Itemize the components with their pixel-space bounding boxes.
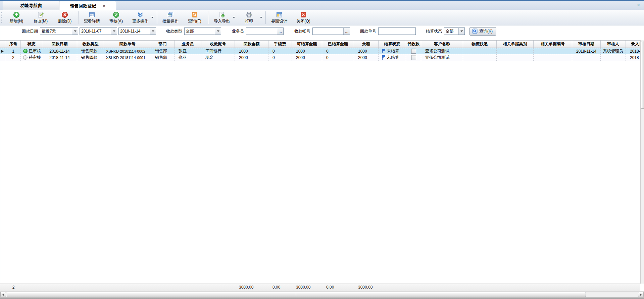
grid-header-cell-doc_no[interactable]: 相关单据编号	[534, 41, 572, 48]
grid-header-cell-account[interactable]: 收款账号	[201, 41, 235, 48]
flag-icon	[382, 49, 386, 53]
more-actions-button[interactable]: 更多操作	[128, 10, 155, 25]
cell-account: 现金	[201, 54, 235, 61]
import-export-button[interactable]: 导入导出	[210, 10, 237, 25]
cell-settled: 0	[322, 54, 354, 61]
cell-balance: 1000	[354, 48, 379, 54]
grid-header-cell-status[interactable]: 状态	[21, 41, 42, 48]
grid-header-cell-salesman[interactable]: 业务员	[175, 41, 201, 48]
flag-icon	[382, 55, 386, 60]
cell-type: 销售回款	[77, 54, 104, 61]
toolbar-button-label: 关闭(Q)	[296, 18, 310, 24]
toolbar-separator	[265, 11, 266, 24]
cell-doc_type	[497, 48, 534, 54]
scroll-right-button[interactable]	[638, 292, 644, 297]
cell-no: 2	[6, 54, 21, 61]
settle-status-value: 全部	[444, 28, 458, 34]
more-actions-icon	[137, 11, 144, 18]
salesman-lookup: …	[246, 27, 284, 35]
chevron-down-icon[interactable]	[150, 28, 156, 35]
date-to-select[interactable]: 2018-11-14	[118, 27, 156, 35]
table-row[interactable]: 2待审核2018-11-14销售回款XSHKD-20181114-0001销售部…	[0, 54, 641, 61]
delete-icon	[61, 11, 68, 18]
h-scroll-thumb[interactable]	[7, 292, 586, 297]
grid-header-cell-collection[interactable]: 代收款	[406, 41, 421, 48]
tab-close-icon[interactable]: ×	[103, 4, 105, 8]
edit-button[interactable]: 修改(M)	[29, 10, 53, 25]
row-indicator-icon	[1, 50, 4, 53]
batch-actions-button[interactable]: 批量操作	[158, 10, 183, 25]
add-button[interactable]: 新增(N)	[4, 10, 29, 25]
grid-header-cell-amount[interactable]: 回款金额	[235, 41, 268, 48]
data-grid: 序号状态回款日期收款类型回款单号部门业务员收款账号回款金额手续费可结算金额已结算…	[0, 40, 641, 61]
delete-button[interactable]: 删除(D)	[53, 10, 77, 25]
grid-header-cell-no[interactable]: 序号	[6, 41, 21, 48]
grid-header-cell-logistics[interactable]: 物流快递	[463, 41, 497, 48]
account-input[interactable]	[313, 28, 343, 35]
settle-status-select[interactable]: 全部	[444, 27, 465, 35]
table-row[interactable]: 1已审核2018-11-14销售回款XSHKD-20181114-0002销售部…	[0, 48, 641, 54]
chevron-down-icon[interactable]	[215, 28, 221, 35]
tab-function-navigator[interactable]: 功能导航窗	[3, 1, 60, 10]
cell-doc_type	[497, 54, 534, 61]
v-scrollbar[interactable]	[640, 40, 644, 284]
account-lookup-button[interactable]: …	[343, 28, 350, 35]
close-icon[interactable]: ×	[637, 2, 640, 7]
payment-type-select[interactable]: 全部	[184, 27, 221, 35]
window-top-accent	[0, 0, 644, 1]
grid-header-cell-doc_type[interactable]: 相关单据类别	[497, 41, 534, 48]
cell-auditor	[601, 54, 626, 61]
query-button[interactable]: 查询(K)	[469, 27, 496, 36]
payment-type-label: 收款类型	[166, 28, 182, 34]
collection-checkbox[interactable]	[411, 55, 416, 60]
grid-header-cell-settle_status[interactable]: 结算状态	[379, 41, 406, 48]
billno-label: 回款单号	[360, 28, 376, 34]
chevron-down-icon[interactable]	[111, 28, 117, 35]
grid-header-cell-type[interactable]: 收款类型	[77, 41, 104, 48]
scroll-left-button[interactable]	[0, 292, 6, 297]
grid-header-cell-date[interactable]: 回款日期	[42, 41, 77, 48]
print-button[interactable]: 打印	[237, 10, 264, 25]
ui-design-button[interactable]: 界面设计	[267, 10, 291, 25]
cell-salesman: 张亚	[175, 54, 201, 61]
h-scrollbar[interactable]	[0, 291, 644, 297]
grid-header-cell-audit_date[interactable]: 审核日期	[572, 41, 601, 48]
approve-button[interactable]: 审核(A)	[104, 10, 128, 25]
chevron-down-icon[interactable]	[458, 28, 464, 35]
approved-status-icon	[23, 49, 28, 53]
billno-input[interactable]	[378, 27, 416, 35]
chevron-down-icon[interactable]	[151, 17, 154, 18]
payment-type-value: 全部	[185, 28, 215, 34]
toolbar-grip[interactable]	[1, 12, 3, 23]
grid-header-cell-dept[interactable]: 部门	[151, 41, 175, 48]
cell-amount: 1000	[235, 48, 268, 54]
batch-icon	[167, 11, 174, 18]
grid-header-cell-balance[interactable]: 余额	[354, 41, 379, 48]
salesman-lookup-button[interactable]: …	[277, 28, 283, 35]
grid-header-cell-entry_date[interactable]: 录入日期	[626, 41, 641, 48]
grid-header-cell-fee[interactable]: 手续费	[268, 41, 292, 48]
grid-header-cell-auditor[interactable]: 审核人	[601, 41, 626, 48]
grid-header-cell-billno[interactable]: 回款单号	[104, 41, 151, 48]
date-range-select[interactable]: 最近7天	[40, 27, 78, 35]
collection-checkbox[interactable]	[411, 49, 416, 54]
search-icon	[191, 11, 198, 18]
close-icon	[300, 11, 307, 18]
chevron-down-icon[interactable]	[72, 28, 78, 35]
grid-header-cell-customer[interactable]: 客户名称	[421, 41, 463, 48]
settle-status-label: 结算状态	[426, 28, 442, 34]
chevron-down-icon[interactable]	[233, 17, 235, 18]
view-details-button[interactable]: 查看详情	[80, 10, 104, 25]
summary-settleable: 3000.00	[292, 284, 322, 291]
query-toolbar-button[interactable]: 查询(F)	[183, 10, 207, 25]
grid-header-cell-settleable[interactable]: 可结算金额	[292, 41, 322, 48]
cell-doc_no	[534, 48, 572, 54]
toolbar-separator	[208, 11, 208, 24]
tab-sales-payment-register[interactable]: 销售回款登记 ×	[59, 1, 116, 10]
grid-header-cell-settled[interactable]: 已结算金额	[322, 41, 354, 48]
salesman-input[interactable]	[246, 28, 277, 35]
v-scroll-thumb[interactable]	[641, 41, 644, 109]
date-from-select[interactable]: 2018-11-07	[80, 27, 117, 35]
chevron-down-icon[interactable]	[260, 17, 262, 18]
close-window-button[interactable]: 关闭(Q)	[291, 10, 315, 25]
